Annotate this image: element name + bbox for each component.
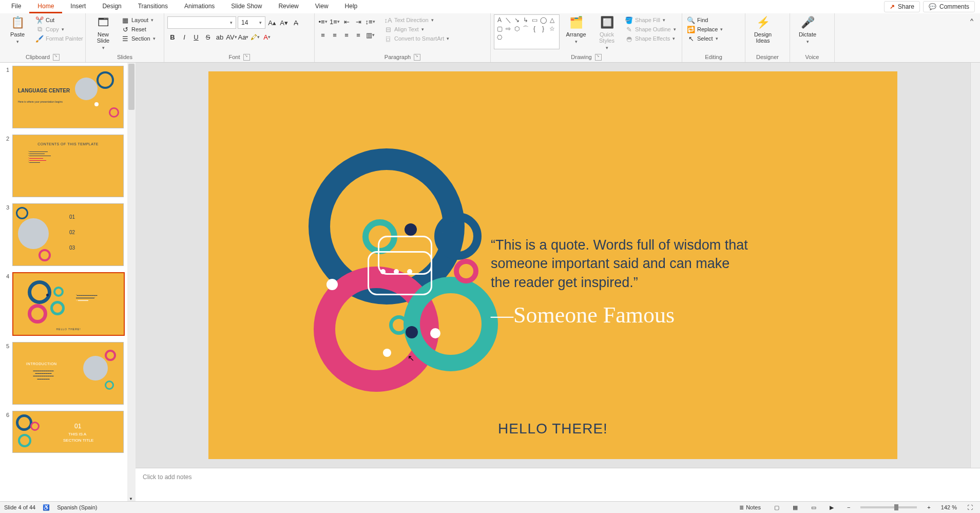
a11y-icon[interactable]: ♿ [43,504,50,511]
clear-formatting-button[interactable]: A̶ [291,17,301,28]
copy-button[interactable]: ⧉Copy ▾ [34,25,85,33]
notes-toggle[interactable]: ≣ Notes [736,504,764,511]
numbering-button[interactable]: 1≡▾ [330,16,340,27]
decrease-font-button[interactable]: A▾ [279,17,289,28]
new-slide-button[interactable]: 🗔 New Slide ▾ [89,14,118,51]
menu-tab-slideshow[interactable]: Slide Show [223,1,270,13]
decrease-indent-button[interactable]: ⇤ [341,16,352,27]
menu-tab-file[interactable]: File [3,1,29,13]
layout-button[interactable]: ▦Layout ▾ [120,16,158,24]
columns-button[interactable]: ▥▾ [365,30,375,40]
clipboard-dialog-launcher[interactable] [53,54,60,61]
zoom-slider[interactable] [860,506,917,508]
shape-outline-button[interactable]: ✎Shape Outline ▾ [623,25,678,33]
text-direction-button[interactable]: ↕AText Direction ▾ [382,16,451,24]
bullets-button[interactable]: •≡▾ [318,16,328,27]
thumbnails-panel: 1 LANGUAGE CENTER Here is where your pre… [0,63,136,501]
fit-window-button[interactable]: ⛶ [964,504,976,510]
shapes-gallery[interactable]: A ＼ ↘ ↳ ▭ ◯ △ ▢ ⇨ ⬡ ⌒ { } ☆ ⎔ [494,14,560,49]
strikethrough-button[interactable]: S [203,32,213,42]
align-left-button[interactable]: ≡ [318,30,328,40]
line-spacing-button[interactable]: ↕≡▾ [365,16,375,27]
text-direction-icon: ↕A [385,16,392,24]
chevron-down-icon: ▾ [230,20,233,25]
menu-tab-help[interactable]: Help [337,1,366,13]
thumb5-title: INTRODUCTION [26,362,57,366]
zoom-slider-handle[interactable] [894,504,898,510]
shape-fill-button[interactable]: 🪣Shape Fill ▾ [623,16,678,24]
drawing-dialog-launcher[interactable] [595,54,602,61]
shape-effects-button[interactable]: ◓Shape Effects ▾ [623,34,678,43]
font-family-combo[interactable]: ▾ [167,16,236,29]
menu-tab-animations[interactable]: Animations [176,1,223,13]
thumbnails-scrollbar[interactable]: ▲ ▼ [127,63,136,501]
group-label-paragraph: Paragraph [385,54,411,60]
thumbnail-slide-2[interactable]: CONTENTS OF THIS TEMPLATE • ▬▬▬▬▬▬▬▬▬▬▬▬… [12,135,124,197]
reset-button[interactable]: ↺Reset [120,25,158,33]
collapse-ribbon-button[interactable]: ^ [967,15,977,26]
align-text-button[interactable]: ⊟Align Text ▾ [382,25,451,33]
cut-button[interactable]: ✂️Cut [34,16,85,24]
shape-effects-label: Shape Effects [635,35,670,42]
find-button[interactable]: 🔍Find [685,16,725,24]
align-center-button[interactable]: ≡ [330,30,340,40]
thumb-number: 6 [2,411,9,418]
increase-indent-button[interactable]: ⇥ [353,16,363,27]
zoom-out-button[interactable]: − [844,504,853,510]
chevron-down-icon: ▾ [102,45,105,50]
share-button[interactable]: Share [884,1,920,12]
font-color-button[interactable]: A▾ [262,32,272,42]
menu-tab-design[interactable]: Design [94,1,129,13]
editor-scrollbar[interactable] [970,63,980,468]
arrange-button[interactable]: 🗂️ Arrange▾ [562,14,590,45]
bold-button[interactable]: B [167,32,178,42]
slide-canvas[interactable]: “This is a quote. Words full of wisdom t… [208,71,897,459]
design-ideas-button[interactable]: ⚡ Design Ideas [748,14,777,45]
change-case-button[interactable]: Aa▾ [238,32,248,42]
thumbnail-slide-5[interactable]: INTRODUCTION ▬▬▬▬▬▬▬▬▬▬▬▬▬▬▬▬▬▬▬▬▬▬▬▬▬▬▬… [12,342,124,405]
menu-tab-view[interactable]: View [307,1,337,13]
view-reading-button[interactable]: ▭ [808,504,819,511]
section-button[interactable]: ☰Section ▾ [120,34,158,43]
italic-button[interactable]: I [179,32,189,42]
menu-tab-insert[interactable]: Insert [62,1,94,13]
view-slideshow-button[interactable]: ▶ [827,504,837,511]
thumb2-title: CONTENTS OF THIS TEMPLATE [13,142,123,146]
quick-styles-button[interactable]: 🔲 Quick Styles▾ [592,14,621,51]
quick-styles-icon: 🔲 [600,15,614,30]
increase-font-button[interactable]: A▴ [267,17,277,28]
view-normal-button[interactable]: ▢ [771,504,782,511]
view-sorter-button[interactable]: ▦ [790,504,801,511]
scroll-handle[interactable] [128,64,134,110]
paste-button[interactable]: 📋 Paste ▾ [3,14,32,45]
menu-tab-home[interactable]: Home [29,1,62,13]
text-shadow-button[interactable]: ab [215,32,225,42]
shape-connector-icon: ↳ [522,16,529,24]
menu-tab-review[interactable]: Review [270,1,306,13]
replace-button[interactable]: 🔁Replace ▾ [685,25,725,33]
comments-button[interactable]: Comments [923,1,975,12]
zoom-in-button[interactable]: + [924,504,933,510]
align-right-button[interactable]: ≡ [341,30,352,40]
font-dialog-launcher[interactable] [243,54,250,61]
justify-button[interactable]: ≡ [353,30,363,40]
menu-tab-transitions[interactable]: Transitions [130,1,176,13]
thumbnail-slide-1[interactable]: LANGUAGE CENTER Here is where your prese… [12,66,124,128]
select-button[interactable]: ↖Select ▾ [685,34,725,43]
character-spacing-button[interactable]: AV▾ [226,32,237,42]
thumbnail-slide-3[interactable]: 01 02 03 [12,203,124,266]
font-size-combo[interactable]: 14▾ [238,16,265,29]
notes-input[interactable]: Click to add notes [136,468,980,501]
shape-arc-icon: ⌒ [522,25,529,32]
thumbnail-slide-6[interactable]: 01 THIS IS A SECTION TITLE [12,411,124,453]
language-indicator[interactable]: Spanish (Spain) [57,504,97,510]
format-painter-button[interactable]: 🖌️Format Painter [34,34,85,43]
paragraph-dialog-launcher[interactable] [414,54,420,61]
thumb1-sub: Here is where your presentation begins [18,100,63,103]
convert-smartart-button[interactable]: ⌼Convert to SmartArt ▾ [382,34,451,43]
dictate-button[interactable]: 🎤 Dictate▾ [793,14,822,45]
highlight-button[interactable]: 🖍▾ [250,32,260,42]
underline-button[interactable]: U [191,32,201,42]
zoom-value[interactable]: 142 % [941,504,957,510]
thumbnail-slide-4[interactable]: "▬▬▬▬▬▬▬▬▬▬▬▬▬▬▬▬▬▬▬"—▬▬▬▬▬ HELLO THERE! [12,272,125,336]
